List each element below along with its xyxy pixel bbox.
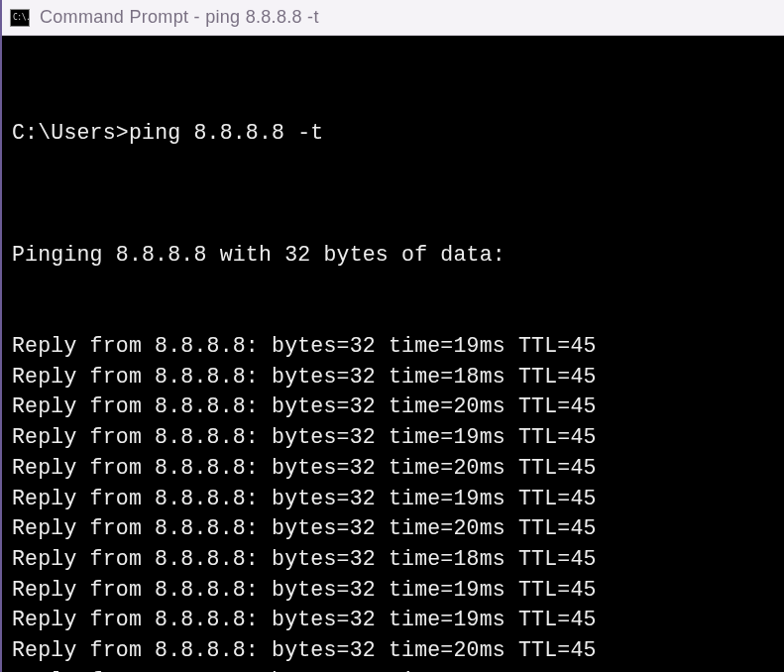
ping-header: Pinging 8.8.8.8 with 32 bytes of data: <box>12 240 774 271</box>
ping-reply-line: Reply from 8.8.8.8: bytes=32 time=19ms T… <box>12 331 774 362</box>
window-title: Command Prompt - ping 8.8.8.8 -t <box>40 7 319 28</box>
ping-reply-line: Reply from 8.8.8.8: bytes=32 time=19ms T… <box>12 575 774 606</box>
ping-replies: Reply from 8.8.8.8: bytes=32 time=19ms T… <box>12 331 774 672</box>
titlebar[interactable]: C:\. Command Prompt - ping 8.8.8.8 -t <box>2 0 784 36</box>
prompt-path: C:\Users> <box>12 121 129 145</box>
ping-reply-line: Reply from 8.8.8.8: bytes=32 time=19ms T… <box>12 422 774 453</box>
ping-reply-line: Reply from 8.8.8.8: bytes=32 time=18ms T… <box>12 544 774 575</box>
ping-reply-line: Reply from 8.8.8.8: bytes=32 time=19ms T… <box>12 605 774 635</box>
cmd-icon: C:\. <box>10 9 30 27</box>
ping-reply-line: Reply from 8.8.8.8: bytes=32 time=20ms T… <box>12 513 774 544</box>
entered-command: ping 8.8.8.8 -t <box>129 121 324 145</box>
ping-reply-line: Reply from 8.8.8.8: bytes=32 time=19ms T… <box>12 484 774 514</box>
ping-reply-line: Reply from 8.8.8.8: bytes=32 time=20ms T… <box>12 635 774 666</box>
terminal-output[interactable]: C:\Users>ping 8.8.8.8 -t Pinging 8.8.8.8… <box>2 36 784 672</box>
ping-reply-line: Reply from 8.8.8.8: bytes=32 time=18ms T… <box>12 362 774 392</box>
ping-reply-line: Reply from 8.8.8.8: bytes=32 time=20ms T… <box>12 666 774 672</box>
cmd-icon-text: C:\. <box>13 14 30 22</box>
ping-reply-line: Reply from 8.8.8.8: bytes=32 time=20ms T… <box>12 453 774 484</box>
prompt-line: C:\Users>ping 8.8.8.8 -t <box>12 118 774 149</box>
command-prompt-window: C:\. Command Prompt - ping 8.8.8.8 -t C:… <box>2 0 784 672</box>
ping-reply-line: Reply from 8.8.8.8: bytes=32 time=20ms T… <box>12 392 774 422</box>
